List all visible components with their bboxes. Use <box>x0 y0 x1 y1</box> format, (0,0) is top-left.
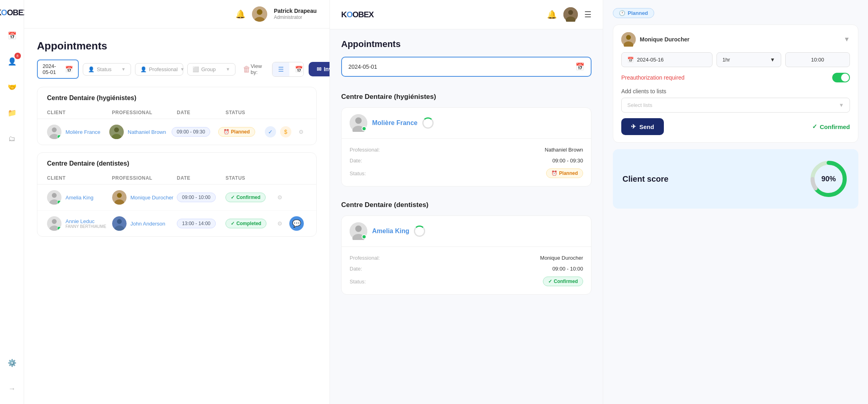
duration-value: 1hr <box>723 57 730 63</box>
clear-filters-icon[interactable]: 🗑 <box>243 65 251 74</box>
date-filter[interactable]: 2024-05-01 📅 <box>37 59 79 79</box>
status-value: Confirmed <box>554 279 578 284</box>
check-icon: ✓ <box>548 279 552 284</box>
professional-value: Monique Durocher <box>540 255 583 261</box>
status-filter[interactable]: 👤 Status ▼ <box>83 63 131 76</box>
sidebar-item-arrow[interactable]: → <box>5 381 19 396</box>
bell-icon[interactable]: 🔔 <box>235 9 246 19</box>
clock-icon: ⏰ <box>223 129 229 135</box>
hamburger-icon[interactable]: ☰ <box>584 10 592 19</box>
left-main-area: 🔔 Patrick Drapeau Administrator Appointm… <box>24 0 330 404</box>
sidebar-item-users[interactable]: 👤 8 <box>5 54 19 69</box>
view-toggle[interactable]: ☰ 📅 <box>272 62 303 77</box>
preauth-toggle[interactable] <box>832 73 850 82</box>
group-icon: ⬜ <box>192 66 199 72</box>
table-header-1: Client Professional Date Status <box>37 107 316 119</box>
person-select-left: Monique Durocher <box>621 32 690 47</box>
appt-card-header-2: Amelia King <box>342 216 591 247</box>
svg-point-1 <box>257 9 262 15</box>
appointments-table-1: Client Professional Date Status <box>37 107 316 145</box>
lists-dropdown[interactable]: Select lists ▼ <box>621 98 850 113</box>
professional-name[interactable]: Nathaniel Brown <box>128 129 166 135</box>
sidebar-item-folder[interactable]: 📁 <box>5 106 19 120</box>
action-icons: ✓ $ ⚙ <box>265 126 307 137</box>
appointment-detail-card: Monique Durocher ▼ 📅 2024-05-16 1hr ▼ 10… <box>613 25 858 143</box>
professional-label: Professional: <box>350 255 380 261</box>
lists-label: Add clients to lists <box>621 88 850 94</box>
card-client-avatar <box>350 222 367 240</box>
sidebar-item-settings[interactable]: ⚙️ <box>5 356 19 370</box>
card-client-name[interactable]: Amelia King <box>372 228 409 235</box>
confirmed-check-icon: ✓ <box>812 123 817 130</box>
group-filter[interactable]: ⬜ Group ▼ <box>187 63 235 76</box>
person-select-chevron[interactable]: ▼ <box>843 36 850 43</box>
professional-icon: 👤 <box>140 66 147 72</box>
professional-name[interactable]: Monique Durocher <box>131 195 174 201</box>
date-badge: 09:00 - 09:30 <box>172 127 211 137</box>
appointments-table-2: Client Professional Date Status <box>37 172 316 236</box>
middle-date-filter[interactable]: 2024-05-01 📅 <box>341 57 592 77</box>
professional-label: Professional: <box>350 147 380 153</box>
status-badge: ✓ Confirmed <box>225 193 266 202</box>
client-name[interactable]: Amelia King <box>66 195 93 201</box>
svg-point-31 <box>626 35 631 40</box>
check-action-icon[interactable]: ✓ <box>265 126 276 137</box>
date-value: 2024-05-01 <box>43 63 63 75</box>
middle-logo: KOOBEX <box>341 10 374 19</box>
status-text: Confirmed <box>236 195 260 200</box>
professional-value: Nathaniel Brown <box>545 147 583 153</box>
invite-icon: ✉ <box>317 66 321 72</box>
group-placeholder: Group <box>201 66 216 72</box>
list-view-button[interactable]: ☰ <box>272 62 289 76</box>
invite-button[interactable]: ✉ Invite <box>309 62 330 76</box>
client-cell: Molière France <box>47 125 109 139</box>
confirmed-label: Confirmed <box>820 123 850 130</box>
middle-user-avatar <box>563 7 578 22</box>
sidebar-item-clients[interactable]: 🤝 <box>5 80 19 94</box>
appt-card-2: Amelia King Professional: Monique Duroch… <box>341 215 592 295</box>
gear-action-icon[interactable]: ⚙ <box>295 126 307 137</box>
status-cell: ✓ Confirmed <box>225 193 274 202</box>
group-hygienistes-title: Centre Dentaire (hygiénistes) <box>37 87 316 107</box>
middle-bell-icon[interactable]: 🔔 <box>547 10 557 19</box>
invite-label: Invite <box>324 66 330 72</box>
date-field: Date: 09:00 - 09:30 <box>350 155 583 166</box>
calendar-icon: 📅 <box>627 57 634 63</box>
person-avatar <box>621 32 636 47</box>
calendar-icon: 📅 <box>65 66 73 73</box>
professional-field: Professional: Nathaniel Brown <box>350 144 583 155</box>
card-client-name[interactable]: Molière France <box>372 119 418 127</box>
toolbar: 2024-05-01 📅 👤 Status ▼ 👤 Professional ▼ <box>37 59 317 79</box>
dollar-action-icon[interactable]: $ <box>280 126 291 137</box>
professional-avatar <box>109 125 124 139</box>
date-field: Date: 09:00 - 10:00 <box>350 263 583 274</box>
chat-action-icon[interactable]: 💬 <box>289 216 304 231</box>
appointment-date: 2024-05-16 <box>637 57 664 63</box>
status-value: Planned <box>559 170 578 176</box>
sidebar-item-calendar[interactable]: 📅 <box>5 29 19 43</box>
check-icon: ✓ <box>231 195 235 200</box>
client-name[interactable]: Molière France <box>66 129 100 135</box>
client-name[interactable]: Annie Leduc <box>66 218 106 224</box>
send-button[interactable]: ✈ Send <box>621 118 664 135</box>
status-text: Planned <box>231 129 250 135</box>
middle-date-value: 2024-05-01 <box>348 64 377 70</box>
gear-action-icon[interactable]: ⚙ <box>274 218 285 229</box>
table-row: Amelia King Monique Durocher <box>37 185 316 211</box>
planned-badge: 🕐 Planned <box>613 8 654 18</box>
date-picker[interactable]: 📅 2024-05-16 <box>621 52 712 67</box>
professional-filter[interactable]: 👤 Professional ▼ <box>135 63 183 76</box>
lists-chevron: ▼ <box>839 102 844 108</box>
calendar-view-button[interactable]: 📅 <box>289 62 303 76</box>
col-status: Status <box>225 175 274 181</box>
duration-select[interactable]: 1hr ▼ <box>717 52 781 67</box>
user-role: Administrator <box>274 14 317 21</box>
gear-action-icon[interactable]: ⚙ <box>274 192 285 203</box>
sidebar-item-files[interactable]: 🗂 <box>5 131 19 146</box>
page-title: Appointments <box>37 40 317 52</box>
col-actions <box>274 110 307 115</box>
person-select[interactable]: Monique Durocher ▼ <box>621 32 850 47</box>
time-value[interactable]: 10:00 <box>785 52 850 67</box>
professional-name[interactable]: John Anderson <box>131 221 166 227</box>
score-percentage: 90% <box>821 175 836 183</box>
